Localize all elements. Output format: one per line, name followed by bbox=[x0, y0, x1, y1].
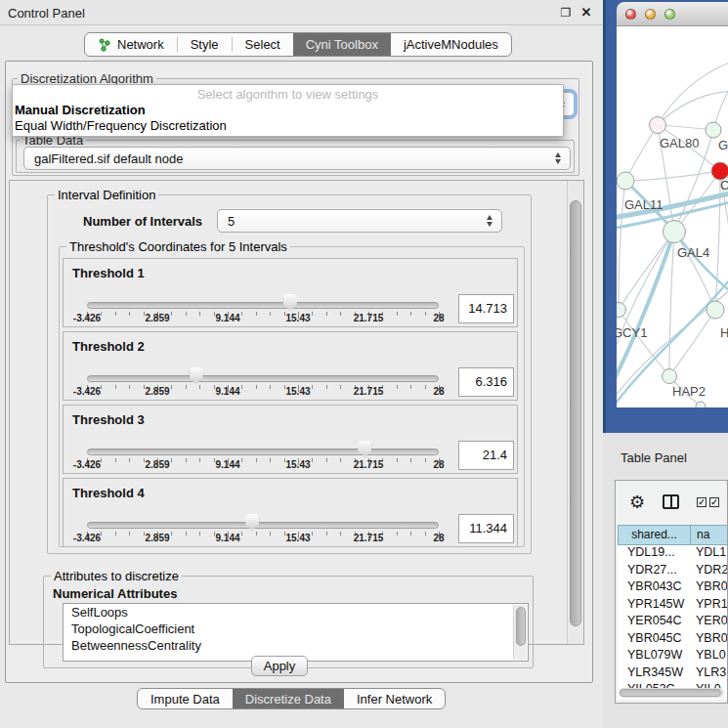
table-row[interactable]: YBR045CYBR0 bbox=[618, 631, 728, 649]
slider-track[interactable] bbox=[87, 375, 439, 382]
slider-track[interactable] bbox=[87, 522, 439, 529]
attribute-list-item[interactable]: TopologicalCoefficient bbox=[64, 621, 528, 637]
slider-tick bbox=[425, 385, 426, 389]
dropdown-option[interactable]: Manual Discretization bbox=[13, 103, 563, 118]
slider-tick bbox=[410, 458, 411, 462]
table-row[interactable]: YLR345WYLR3 bbox=[618, 665, 728, 683]
slider-tick bbox=[312, 312, 313, 316]
minimize-traffic-light-icon[interactable] bbox=[645, 9, 656, 20]
slider-tick-label: 21.715 bbox=[354, 533, 384, 543]
threshold-box: Threshold 4-3.4262.8599.14415.4321.71528… bbox=[63, 478, 518, 547]
tab-select[interactable]: Select bbox=[233, 33, 293, 56]
column-header[interactable]: na bbox=[690, 525, 728, 545]
network-node[interactable] bbox=[617, 303, 626, 318]
network-edge[interactable] bbox=[619, 310, 669, 376]
list-scrollbar[interactable] bbox=[513, 605, 527, 660]
table-row[interactable]: YDL19...YDL1 bbox=[618, 545, 728, 563]
table-data-combobox[interactable]: galFiltered.sif default node bbox=[23, 147, 571, 170]
select-all-checkbox-icon[interactable]: ✓ bbox=[709, 497, 719, 507]
slider-tick bbox=[284, 458, 285, 462]
network-icon bbox=[98, 38, 111, 52]
network-node[interactable] bbox=[617, 172, 634, 190]
slider-tick bbox=[326, 458, 327, 462]
select-all-checkbox-icon[interactable]: ✓ bbox=[697, 497, 707, 507]
threshold-value-field[interactable]: 14.713 bbox=[458, 294, 514, 323]
network-edge[interactable] bbox=[669, 232, 674, 376]
network-edge[interactable] bbox=[674, 232, 728, 294]
table-row[interactable]: YDR27...YDR2 bbox=[618, 563, 728, 580]
slider-tick bbox=[129, 458, 130, 462]
table-row[interactable]: YER054CYER0 bbox=[618, 614, 728, 631]
slider-tick bbox=[115, 532, 116, 535]
slider-tick bbox=[256, 458, 257, 462]
slider-tick-label: 28 bbox=[433, 313, 444, 323]
table-header-row[interactable]: shared...na bbox=[618, 525, 728, 545]
cell-name: YDR2 bbox=[690, 563, 728, 580]
slider-tick bbox=[340, 532, 341, 535]
vertical-scrollbar[interactable] bbox=[567, 181, 583, 644]
slider-tick bbox=[199, 312, 200, 316]
threshold-value-field[interactable]: 11.344 bbox=[458, 514, 514, 543]
network-node[interactable] bbox=[663, 369, 677, 384]
tab-style[interactable]: Style bbox=[178, 33, 232, 56]
tab-cyni-toolbox[interactable]: Cyni Toolbox bbox=[293, 33, 391, 56]
float-window-icon[interactable]: ❐ bbox=[558, 5, 574, 21]
network-window-titlebar[interactable] bbox=[617, 2, 728, 26]
network-node[interactable] bbox=[664, 221, 686, 243]
table-row[interactable]: YPR145WYPR1 bbox=[618, 597, 728, 615]
attribute-list-item[interactable]: BetweennessCentrality bbox=[64, 637, 528, 654]
close-window-icon[interactable]: ✕ bbox=[578, 5, 594, 21]
tab-impute-data[interactable]: Impute Data bbox=[138, 689, 233, 708]
network-edge[interactable] bbox=[625, 125, 658, 181]
network-node[interactable] bbox=[706, 122, 721, 138]
network-node[interactable] bbox=[650, 117, 666, 134]
network-edge[interactable] bbox=[617, 232, 674, 361]
table-row[interactable]: YBR043CYBR0 bbox=[618, 579, 728, 597]
slider-tick bbox=[115, 458, 116, 462]
table-row[interactable]: YBL079WYBL0 bbox=[618, 648, 728, 665]
slider-track[interactable] bbox=[87, 449, 439, 455]
cell-name: YER0 bbox=[690, 614, 728, 631]
gear-icon[interactable]: ⚙ bbox=[629, 492, 645, 513]
cell-name: YBL0 bbox=[690, 648, 728, 665]
horizontal-scrollbar[interactable] bbox=[619, 688, 724, 698]
node-table: ⚙ ✓ ✓ shared...na YDL19...YDL1YDR27...YD… bbox=[615, 480, 728, 704]
slider-tick-label: 21.715 bbox=[354, 313, 384, 323]
tab-network[interactable]: Network bbox=[85, 33, 177, 56]
close-traffic-light-icon[interactable] bbox=[625, 9, 636, 20]
slider-tick bbox=[129, 312, 130, 316]
tab-infer-network[interactable]: Infer Network bbox=[344, 689, 445, 708]
slider-tick-label: 2.859 bbox=[145, 459, 169, 470]
slider-tick-label: 15.43 bbox=[285, 533, 310, 543]
scrollbar-thumb[interactable] bbox=[516, 607, 526, 646]
slider-track[interactable] bbox=[87, 302, 439, 309]
threshold-value-field[interactable]: 21.4 bbox=[458, 441, 514, 470]
slider-tick bbox=[397, 385, 398, 389]
network-node[interactable] bbox=[696, 402, 706, 407]
network-canvas[interactable]: GAL80GALCGAL11GAL4GCY1HHAP2 bbox=[617, 26, 728, 407]
tab-discretize-data[interactable]: Discretize Data bbox=[233, 689, 344, 708]
dropdown-option[interactable]: Equal Width/Frequency Discretization bbox=[13, 118, 563, 134]
tab-jactivemnodules[interactable]: jActiveMNodules bbox=[391, 33, 511, 56]
zoom-traffic-light-icon[interactable] bbox=[664, 9, 675, 20]
slider-tick bbox=[171, 532, 172, 535]
control-panel-title: Control Panel bbox=[8, 6, 85, 21]
scrollbar-thumb[interactable] bbox=[570, 200, 581, 626]
slider-tick bbox=[129, 385, 130, 389]
apply-button[interactable]: Apply bbox=[251, 656, 308, 676]
slider-tick bbox=[256, 385, 257, 389]
attribute-list-item[interactable]: SelfLoops bbox=[64, 604, 528, 621]
scrollbar-thumb[interactable] bbox=[620, 689, 721, 697]
network-node[interactable] bbox=[707, 301, 724, 319]
threshold-value-field[interactable]: 6.316 bbox=[458, 367, 514, 397]
cell-name: YDL1 bbox=[690, 545, 728, 563]
network-edge[interactable] bbox=[619, 232, 674, 310]
network-edge[interactable] bbox=[625, 171, 720, 181]
number-of-intervals-combobox[interactable]: 5 bbox=[217, 209, 502, 233]
columns-icon[interactable] bbox=[663, 494, 679, 509]
slider-tick bbox=[241, 458, 242, 462]
slider-tick bbox=[199, 458, 200, 462]
slider-tick-label: 15.43 bbox=[285, 313, 310, 323]
column-header[interactable]: shared... bbox=[618, 525, 690, 545]
numerical-attributes-list[interactable]: SelfLoopsTopologicalCoefficientBetweenne… bbox=[63, 603, 529, 662]
